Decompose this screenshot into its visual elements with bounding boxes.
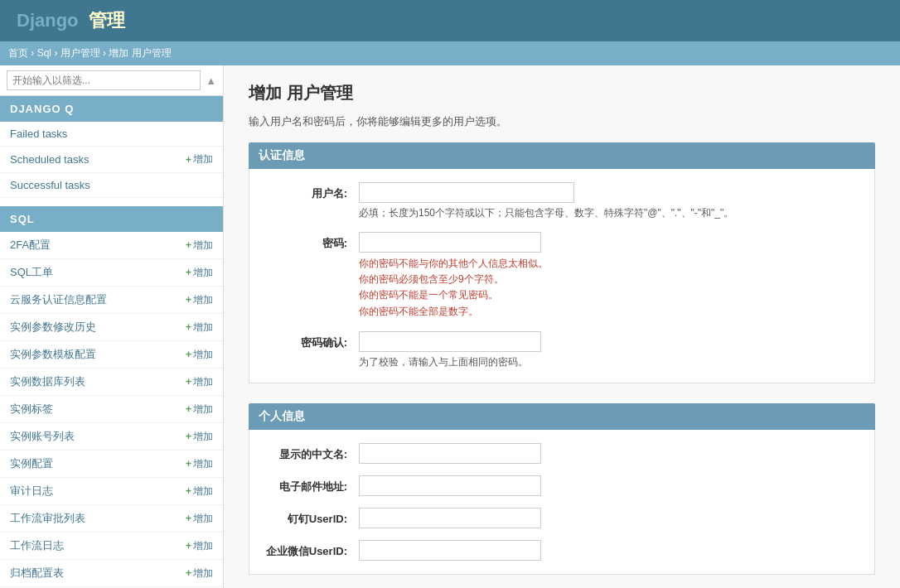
- sidebar-item-sql-5[interactable]: 实例数据库列表+ 增加: [0, 369, 223, 396]
- plus-icon: +: [186, 403, 191, 415]
- add-label: 增加: [193, 152, 213, 166]
- breadcrumb-current: 增加 用户管理: [109, 47, 171, 59]
- sidebar-add-sql-6[interactable]: + 增加: [186, 402, 213, 417]
- sidebar-add-sql-9[interactable]: + 增加: [186, 484, 213, 499]
- sidebar-add-sql-7[interactable]: + 增加: [186, 430, 213, 444]
- auth-section-body: 用户名: 必填；长度为150个字符或以下；只能包含字母、数字、特殊字符"@"、"…: [249, 169, 875, 383]
- sidebar-add-sql-3[interactable]: + 增加: [186, 321, 213, 335]
- username-help: 必填；长度为150个字符或以下；只能包含字母、数字、特殊字符"@"、"."、"-…: [359, 206, 864, 220]
- password2-label: 密码确认:: [259, 331, 359, 350]
- username-input[interactable]: [359, 182, 574, 203]
- password2-input[interactable]: [359, 331, 541, 352]
- sidebar-item-label-sql-9: 审计日志: [10, 484, 53, 499]
- sidebar-item-label-sql-2: 云服务认证信息配置: [10, 292, 107, 307]
- sidebar-item-sql-8[interactable]: 实例配置+ 增加: [0, 451, 223, 478]
- sidebar-add-sql-4[interactable]: + 增加: [186, 348, 213, 362]
- sidebar-item-failed-tasks[interactable]: Failed tasks: [0, 122, 223, 147]
- sidebar-add-sql-10[interactable]: + 增加: [186, 512, 213, 526]
- sidebar-add-sql-11[interactable]: + 增加: [186, 539, 213, 553]
- sidebar-item-sql-0[interactable]: 2FA配置+ 增加: [0, 232, 223, 259]
- plus-icon: +: [186, 267, 191, 278]
- sidebar: ▲ « DJANGO Q Failed tasks Scheduled task…: [0, 65, 224, 588]
- personal-field-1: [359, 475, 864, 496]
- password-hint: 你的密码不能是一个常见密码。: [359, 287, 864, 303]
- brand-suffix: 管理: [89, 10, 125, 31]
- plus-icon: +: [186, 376, 191, 388]
- intro-text: 输入用户名和密码后，你将能够编辑更多的用户选项。: [249, 114, 875, 129]
- sidebar-item-label-sql-5: 实例数据库列表: [10, 374, 85, 389]
- sidebar-item-label-failed-tasks: Failed tasks: [10, 128, 67, 140]
- auth-section: 认证信息 用户名: 必填；长度为150个字符或以下；只能包含字母、数字、特殊字符…: [249, 142, 875, 383]
- personal-input-email[interactable]: [359, 475, 541, 496]
- sidebar-section-header-sql: SQL: [0, 206, 223, 232]
- sidebar-item-label-sql-12: 归档配置表: [10, 566, 64, 581]
- breadcrumb: 首页 › Sql › 用户管理 › 增加 用户管理: [0, 41, 900, 65]
- sidebar-item-sql-12[interactable]: 归档配置表+ 增加: [0, 560, 223, 587]
- password2-field: 为了校验，请输入与上面相同的密码。: [359, 331, 864, 369]
- plus-icon: +: [186, 239, 191, 251]
- sidebar-add-sql-5[interactable]: + 增加: [186, 375, 213, 389]
- personal-section-header: 个人信息: [249, 403, 875, 430]
- breadcrumb-sql[interactable]: Sql: [37, 47, 51, 59]
- sidebar-item-sql-1[interactable]: SQL工单+ 增加: [0, 259, 223, 287]
- sidebar-item-label-sql-11: 工作流日志: [10, 538, 64, 553]
- password2-help: 为了校验，请输入与上面相同的密码。: [359, 355, 864, 369]
- personal-input-dingtalk_id[interactable]: [359, 508, 541, 528]
- personal-field-0: [359, 443, 864, 464]
- auth-section-header: 认证信息: [249, 142, 875, 169]
- personal-section: 个人信息 显示的中文名:电子邮件地址:钉钉UserID:企业微信UserID:: [249, 403, 875, 575]
- sidebar-item-sql-6[interactable]: 实例标签+ 增加: [0, 396, 223, 423]
- sidebar-add-sql-0[interactable]: + 增加: [186, 239, 213, 253]
- sidebar-item-label-sql-3: 实例参数修改历史: [10, 320, 96, 335]
- sidebar-add-sql-12[interactable]: + 增加: [186, 566, 213, 581]
- sidebar-section-header-django-q: DJANGO Q: [0, 96, 223, 122]
- sidebar-filter-input[interactable]: [7, 70, 201, 90]
- sidebar-item-sql-4[interactable]: 实例参数模板配置+ 增加: [0, 341, 223, 369]
- sidebar-item-label-sql-0: 2FA配置: [10, 238, 51, 253]
- sidebar-add-sql-2[interactable]: + 增加: [186, 293, 213, 307]
- password-hint: 你的密码不能全部是数字。: [359, 304, 864, 320]
- personal-input-wechat_id[interactable]: [359, 540, 541, 561]
- sidebar-add-scheduled-tasks[interactable]: + 增加: [186, 152, 213, 166]
- password1-row: 密码: 你的密码不能与你的其他个人信息太相似。你的密码必须包含至少9个字符。你的…: [259, 232, 864, 320]
- plus-icon: +: [186, 540, 191, 552]
- breadcrumb-user-mgmt[interactable]: 用户管理: [60, 47, 100, 59]
- breadcrumb-home[interactable]: 首页: [8, 47, 28, 59]
- personal-input-display_name[interactable]: [359, 443, 541, 464]
- sidebar-add-sql-8[interactable]: + 增加: [186, 457, 213, 471]
- plus-icon: +: [186, 513, 191, 524]
- username-label: 用户名:: [259, 182, 359, 201]
- plus-icon: +: [186, 294, 191, 306]
- sidebar-item-sql-2[interactable]: 云服务认证信息配置+ 增加: [0, 287, 223, 314]
- sidebar-add-sql-1[interactable]: + 增加: [186, 266, 213, 280]
- password1-input[interactable]: [359, 232, 541, 253]
- password2-row: 密码确认: 为了校验，请输入与上面相同的密码。: [259, 331, 864, 369]
- header: Django 管理: [0, 0, 900, 41]
- sidebar-item-label-sql-1: SQL工单: [10, 265, 53, 280]
- personal-label-0: 显示的中文名:: [259, 443, 359, 462]
- sidebar-item-sql-11[interactable]: 工作流日志+ 增加: [0, 533, 223, 560]
- sidebar-item-sql-7[interactable]: 实例账号列表+ 增加: [0, 423, 223, 451]
- sidebar-item-sql-10[interactable]: 工作流审批列表+ 增加: [0, 505, 223, 533]
- page-title: 增加 用户管理: [249, 82, 875, 104]
- password-hint: 你的密码不能与你的其他个人信息太相似。: [359, 256, 864, 272]
- personal-section-body: 显示的中文名:电子邮件地址:钉钉UserID:企业微信UserID:: [249, 430, 875, 575]
- plus-icon: +: [186, 349, 191, 360]
- sidebar-section-sql: SQL 2FA配置+ 增加SQL工单+ 增加云服务认证信息配置+ 增加实例参数修…: [0, 206, 223, 587]
- sidebar-item-label-scheduled-tasks: Scheduled tasks: [10, 153, 89, 166]
- sidebar-filter-row: ▲: [0, 65, 223, 96]
- plus-icon: +: [186, 321, 191, 333]
- sidebar-item-sql-3[interactable]: 实例参数修改历史+ 增加: [0, 314, 223, 341]
- sidebar-item-label-sql-10: 工作流审批列表: [10, 511, 85, 526]
- plus-icon: +: [186, 567, 191, 579]
- plus-icon: +: [186, 431, 191, 442]
- main-content: 增加 用户管理 输入用户名和密码后，你将能够编辑更多的用户选项。 认证信息 用户…: [224, 65, 900, 588]
- password-hints: 你的密码不能与你的其他个人信息太相似。你的密码必须包含至少9个字符。你的密码不能…: [359, 256, 864, 320]
- personal-label-1: 电子邮件地址:: [259, 475, 359, 494]
- username-row: 用户名: 必填；长度为150个字符或以下；只能包含字母、数字、特殊字符"@"、"…: [259, 182, 864, 220]
- sidebar-item-scheduled-tasks[interactable]: Scheduled tasks + 增加: [0, 147, 223, 173]
- main-container: ▲ « DJANGO Q Failed tasks Scheduled task…: [0, 65, 900, 588]
- sidebar-item-successful-tasks[interactable]: Successful tasks: [0, 173, 223, 198]
- sidebar-item-sql-9[interactable]: 审计日志+ 增加: [0, 478, 223, 505]
- personal-label-3: 企业微信UserID:: [259, 540, 359, 559]
